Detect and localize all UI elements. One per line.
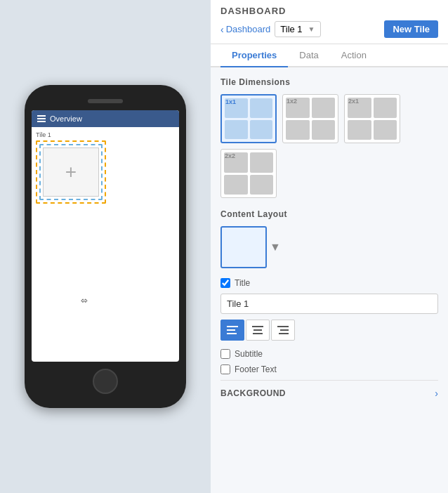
dimension-2x1[interactable]: 2x1 <box>344 94 400 143</box>
dim-cell <box>286 120 310 140</box>
tab-properties[interactable]: Properties <box>220 44 288 67</box>
dropdown-arrow-icon: ▼ <box>308 25 315 33</box>
align-right-icon <box>277 326 289 334</box>
subtitle-checkbox-row: Subtitle <box>220 349 438 359</box>
svg-rect-6 <box>277 326 289 327</box>
dim-label-1x1: 1x1 <box>225 98 236 105</box>
breadcrumb-back[interactable]: ‹ Dashboard <box>220 24 270 35</box>
svg-rect-2 <box>227 333 237 334</box>
svg-rect-7 <box>280 329 289 331</box>
breadcrumb-row: ‹ Dashboard Tile 1 ▼ New Tile <box>220 20 438 44</box>
screen-content: Tile 1 + ⬄ <box>32 127 179 362</box>
phone-preview-panel: Overview Tile 1 + ⬄ <box>0 0 211 493</box>
dim-cell <box>374 120 397 140</box>
screen-header: Overview <box>32 110 179 127</box>
footer-text-checkbox-label: Footer Text <box>235 364 277 374</box>
tab-action[interactable]: Action <box>330 44 378 67</box>
dim-cell <box>312 120 336 140</box>
phone-home-button[interactable] <box>93 369 118 394</box>
phone-screen: Overview Tile 1 + ⬄ <box>32 110 179 362</box>
tile-dropdown-value: Tile 1 <box>280 24 302 34</box>
content-layout-section: Content Layout ▼ <box>220 209 438 268</box>
title-checkbox-row: Title <box>220 278 438 288</box>
dim-cell <box>312 98 336 118</box>
align-buttons-group <box>220 320 438 341</box>
tile-outer-border: + <box>36 140 106 204</box>
dim-row-bottom <box>224 175 273 195</box>
subtitle-checkbox-label: Subtitle <box>235 349 263 359</box>
hamburger-icon <box>37 115 46 122</box>
title-text-input[interactable] <box>220 294 438 314</box>
dim-cell <box>224 175 248 195</box>
tile-add-box[interactable]: + <box>43 147 99 197</box>
dim-cell <box>348 120 371 140</box>
panel-header: DASHBOARD ‹ Dashboard Tile 1 ▼ New Tile <box>211 0 448 44</box>
tile-selector-dropdown[interactable]: Tile 1 ▼ <box>275 21 320 37</box>
tabs-row: Properties Data Action <box>211 44 448 67</box>
dim-cell <box>250 98 273 118</box>
phone-mockup: Overview Tile 1 + ⬄ <box>25 85 186 408</box>
align-left-button[interactable] <box>220 320 244 341</box>
dim-row-bottom <box>348 120 397 140</box>
title-checkbox[interactable] <box>220 278 230 288</box>
svg-rect-8 <box>279 333 289 334</box>
dim-row-bottom <box>286 120 335 140</box>
chevron-left-icon: ‹ <box>220 24 224 35</box>
svg-rect-5 <box>253 333 263 334</box>
svg-rect-4 <box>253 329 262 331</box>
svg-rect-3 <box>252 326 263 327</box>
dim-cell <box>225 120 248 140</box>
dim-cell <box>250 120 273 140</box>
footer-text-checkbox-row: Footer Text <box>220 364 438 374</box>
dimension-2x2[interactable]: 2x2 <box>220 149 277 198</box>
align-center-icon <box>252 326 263 334</box>
dim-cell <box>374 98 397 118</box>
footer-text-checkbox[interactable] <box>220 364 230 374</box>
dim-cell <box>250 152 274 173</box>
svg-rect-1 <box>227 329 235 331</box>
dim-label-2x2: 2x2 <box>225 152 235 159</box>
layout-box[interactable] <box>220 226 267 268</box>
tile-inner-border: + <box>39 144 103 200</box>
title-checkbox-label: Title <box>235 278 250 288</box>
align-left-icon <box>227 326 238 334</box>
align-right-button[interactable] <box>271 320 295 341</box>
background-expand-icon: › <box>435 388 438 399</box>
cursor-indicator: ⬄ <box>81 296 88 305</box>
subtitle-checkbox[interactable] <box>220 349 230 359</box>
content-layout-title: Content Layout <box>220 209 438 219</box>
tile-dimensions-title: Tile Dimensions <box>220 77 438 87</box>
panel-body: Tile Dimensions 1x1 1x2 <box>211 67 448 493</box>
dim-cell <box>250 175 274 195</box>
dimension-1x1[interactable]: 1x1 <box>220 94 277 143</box>
tile-dimensions-grid: 1x1 1x2 <box>220 94 438 198</box>
phone-speaker <box>88 99 123 103</box>
tile-label-phone: Tile 1 <box>36 131 175 138</box>
layout-dropdown-row: ▼ <box>220 226 438 268</box>
layout-dropdown-arrow-icon[interactable]: ▼ <box>270 241 281 254</box>
dim-label-1x2: 1x2 <box>286 98 297 105</box>
screen-title: Overview <box>50 114 82 123</box>
background-section[interactable]: BACKGROUND › <box>220 380 438 402</box>
dimension-1x2[interactable]: 1x2 <box>282 94 338 143</box>
background-section-title: BACKGROUND <box>220 388 286 398</box>
svg-rect-0 <box>227 326 238 327</box>
tab-data[interactable]: Data <box>288 44 329 67</box>
new-tile-button[interactable]: New Tile <box>384 20 438 38</box>
dim-label-2x1: 2x1 <box>348 98 359 105</box>
add-icon: + <box>65 161 77 183</box>
breadcrumb-back-label: Dashboard <box>226 24 271 34</box>
panel-title: DASHBOARD <box>220 0 438 20</box>
dim-row-bottom <box>225 120 272 140</box>
align-center-button[interactable] <box>246 320 270 341</box>
right-panel: DASHBOARD ‹ Dashboard Tile 1 ▼ New Tile … <box>211 0 448 493</box>
